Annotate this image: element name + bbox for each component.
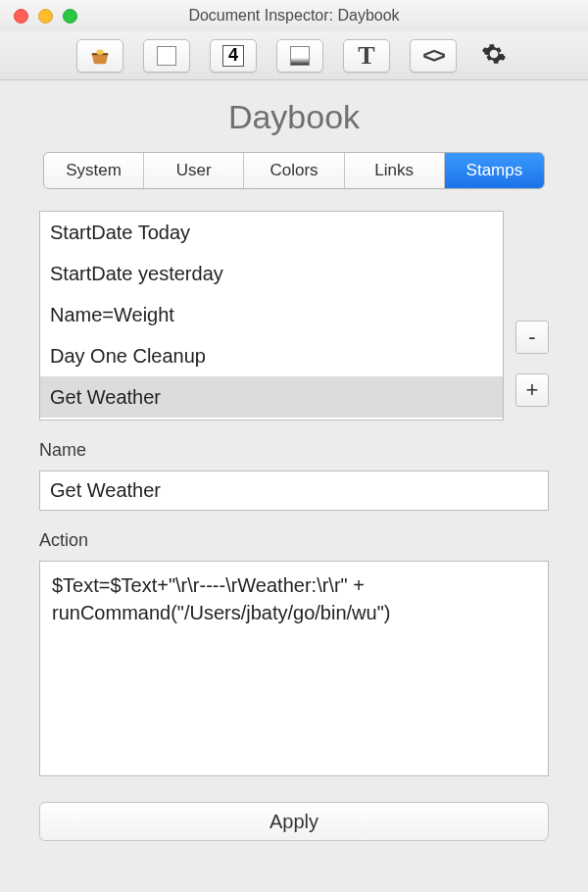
toolbar-blank-button[interactable] <box>143 39 190 73</box>
toolbar-settings-button[interactable] <box>476 39 512 73</box>
tab-links[interactable]: Links <box>345 153 445 188</box>
name-input[interactable] <box>39 471 549 511</box>
window-title: Document Inspector: Daybook <box>0 7 588 25</box>
action-label: Action <box>39 530 549 551</box>
number-four-icon: 4 <box>222 45 244 67</box>
toolbar-basket-button[interactable] <box>76 39 123 73</box>
svg-point-0 <box>96 49 103 55</box>
list-item[interactable]: Name=Weight <box>40 294 503 335</box>
text-icon: T <box>358 41 374 71</box>
add-stamp-button[interactable]: + <box>515 373 549 407</box>
tab-bar: SystemUserColorsLinksStamps <box>43 152 545 189</box>
page-title: Daybook <box>0 80 588 152</box>
tab-user[interactable]: User <box>144 153 244 188</box>
tab-stamps[interactable]: Stamps <box>445 153 544 188</box>
zoom-window-button[interactable] <box>63 9 77 24</box>
remove-stamp-button[interactable]: - <box>515 321 549 354</box>
stamps-panel: StartDate TodayStartDate yesterdayName=W… <box>0 189 588 861</box>
blank-icon <box>157 46 176 66</box>
apply-button[interactable]: Apply <box>39 802 549 841</box>
toolbar-gradient-button[interactable] <box>276 39 323 73</box>
titlebar: Document Inspector: Daybook <box>0 0 588 31</box>
gear-icon <box>481 41 507 71</box>
toolbar-code-button[interactable]: <> <box>410 39 457 73</box>
toolbar-four-button[interactable]: 4 <box>210 39 257 73</box>
stamps-list[interactable]: StartDate TodayStartDate yesterdayName=W… <box>39 211 504 421</box>
toolbar: 4 T <> <box>0 31 588 80</box>
minimize-window-button[interactable] <box>38 9 53 24</box>
list-side-buttons: - + <box>515 321 549 407</box>
tab-system[interactable]: System <box>44 153 144 188</box>
list-item[interactable]: StartDate yesterday <box>40 253 503 294</box>
basket-icon <box>89 45 111 67</box>
name-label: Name <box>39 440 549 461</box>
tab-colors[interactable]: Colors <box>244 153 344 188</box>
list-item[interactable]: Get Weather <box>40 376 503 418</box>
close-window-button[interactable] <box>14 9 28 24</box>
action-input[interactable] <box>39 561 549 776</box>
list-item[interactable]: StartDate Today <box>40 212 503 253</box>
code-icon: <> <box>422 43 444 69</box>
list-item[interactable]: Day One Cleanup <box>40 335 503 376</box>
toolbar-text-button[interactable]: T <box>343 39 390 73</box>
gradient-icon <box>290 46 310 66</box>
window-controls <box>14 9 77 24</box>
